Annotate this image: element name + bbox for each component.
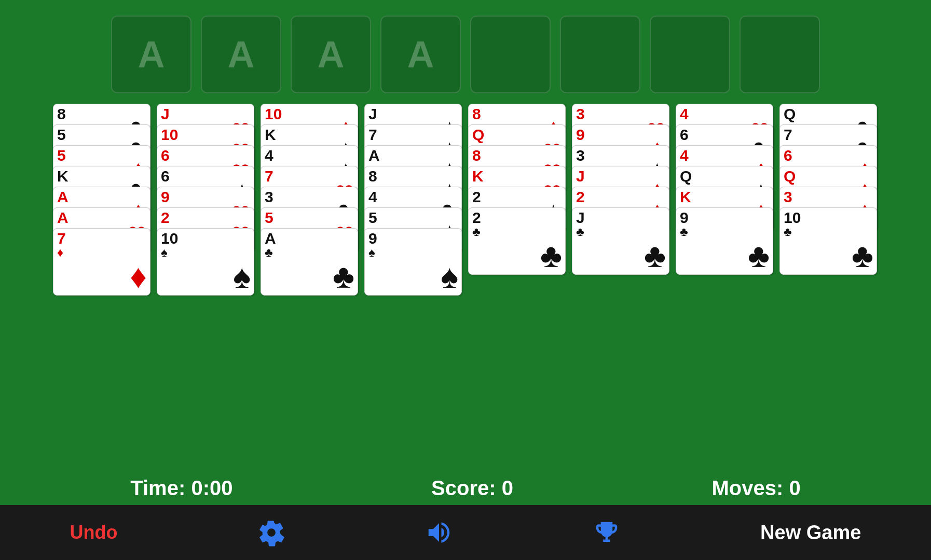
card-4-5[interactable]: 2♣♣ [468,207,566,275]
foundation-slot-6[interactable] [650,16,730,93]
foundation-slot-0[interactable]: A [111,16,191,93]
foundation-slot-2[interactable]: A [291,16,371,93]
trophy-button[interactable] [593,519,621,547]
new-game-button[interactable]: New Game [760,522,861,544]
tableau-column-5: 3♥♥9♦♦3♠♠J♦♦2♦♦J♣♣ [572,104,670,296]
tableau-column-7: Q♣♣7♣♣6♦♦Q♦♦3♦♦10♣♣ [779,104,878,296]
card-5-5[interactable]: J♣♣ [572,207,669,275]
foundation-slot-7[interactable] [740,16,820,93]
foundation-slot-5[interactable] [560,16,640,93]
moves-display: Moves: 0 [712,477,801,500]
card-2-6[interactable]: A♣♣ [261,228,358,296]
tableau-column-6: 4♥♥6♣♣4♦♦Q♠♠K♦♦9♣♣ [676,104,774,296]
foundation-slot-1[interactable]: A [201,16,281,93]
tableau-column-1: J♥♥10♥♥6♥♥6♠♠9♥♥2♥♥10♠♠ [157,104,255,296]
tableau-column-3: J♠♠7♠♠A♠♠8♠♠4♣♣5♠♠9♠♠ [364,104,463,296]
time-display: Time: 0:00 [130,477,232,500]
foundation-area: AAAA [0,0,931,104]
tableau-column-4: 8♦♦Q♥♥8♥♥K♥♥2♠♠2♣♣ [468,104,567,296]
tableau-area: 8♣♣5♣♣5♦♦K♣♣A♦♦A♥♥7♦♦J♥♥10♥♥6♥♥6♠♠9♥♥2♥♥… [0,104,931,296]
card-7-5[interactable]: 10♣♣ [779,207,877,275]
undo-button[interactable]: Undo [70,522,118,543]
score-display: Score: 0 [431,477,513,500]
sound-button[interactable] [425,519,453,547]
tableau-column-0: 8♣♣5♣♣5♦♦K♣♣A♦♦A♥♥7♦♦ [53,104,152,296]
trophy-icon [593,519,621,547]
card-3-6[interactable]: 9♠♠ [364,228,462,296]
card-1-6[interactable]: 10♠♠ [157,228,254,296]
card-0-6[interactable]: 7♦♦ [53,228,150,296]
status-bar: Time: 0:00 Score: 0 Moves: 0 [0,471,931,505]
foundation-slot-4[interactable] [470,16,551,93]
card-6-5[interactable]: 9♣♣ [676,207,773,275]
toolbar: Undo New Game [0,505,931,560]
settings-button[interactable] [257,519,285,547]
tableau-column-2: 10♦♦K♠♠4♠♠7♥♥3♣♣5♥♥A♣♣ [261,104,359,296]
sound-icon [425,519,453,547]
foundation-slot-3[interactable]: A [380,16,461,93]
gear-icon [257,519,285,547]
